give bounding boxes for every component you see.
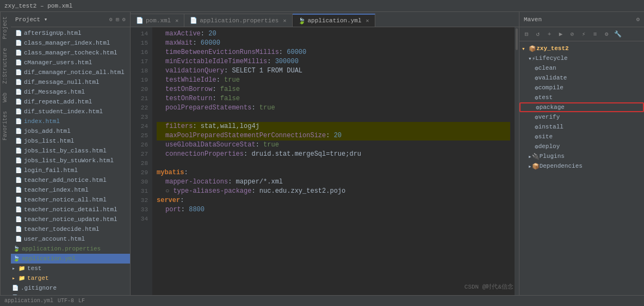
tree-item[interactable]: 📄teacher_index.html bbox=[11, 185, 130, 195]
maven-root[interactable]: ▾ 📦 zxy_test2 bbox=[519, 44, 644, 53]
editor-scrollbar[interactable] bbox=[515, 27, 519, 295]
tree-item-index[interactable]: 📄index.html bbox=[11, 117, 130, 126]
maven-validate[interactable]: ⚙ validate bbox=[519, 73, 644, 83]
tree-item-app-yml[interactable]: 🍃application.yml bbox=[11, 254, 130, 264]
tree-item[interactable]: 📄teacher_notice_all.html bbox=[11, 195, 130, 205]
file-icon: 📄 bbox=[15, 50, 22, 56]
settings-btn[interactable]: ⚙ bbox=[602, 29, 611, 39]
gear-icon: ⚙ bbox=[535, 65, 538, 72]
tree-item[interactable]: 📄dif_Messages.html bbox=[11, 87, 130, 97]
maven-test[interactable]: ⚙ test bbox=[519, 93, 644, 102]
tree-item-gitignore[interactable]: 📄.gitignore bbox=[11, 283, 130, 293]
encoding-text: UTF-8 bbox=[58, 298, 74, 304]
tree-item[interactable]: 📄user_account.html bbox=[11, 234, 130, 244]
folder-icon: ▸ 📁 bbox=[12, 265, 25, 272]
run-btn[interactable]: ▶ bbox=[556, 29, 566, 39]
gear-icon: ⚙ bbox=[535, 133, 538, 140]
project-panel: Project ▾ ⚙ ⊞ ⚙ 📄afterSignUp.html 📄class… bbox=[11, 12, 131, 295]
lifecycle-label: Lifecycle bbox=[535, 55, 567, 62]
tree-item[interactable]: 📄jobs_add.html bbox=[11, 126, 130, 136]
skip-test-btn[interactable]: ⊘ bbox=[567, 29, 577, 39]
maven-lifecycle-section[interactable]: ▾ ⚡ Lifecycle bbox=[519, 53, 644, 63]
tree-item[interactable]: 📄teacher_todecide.html bbox=[11, 224, 130, 234]
maven-verify[interactable]: ⚙ verify bbox=[519, 112, 644, 122]
file-icon: 📄 bbox=[15, 128, 22, 134]
maven-plugins-section[interactable]: ▸ 🔌 Plugins bbox=[519, 151, 644, 161]
file-icon: 📄 bbox=[12, 285, 18, 291]
tree-item[interactable]: 📄dif_student_index.html bbox=[11, 107, 130, 117]
code-line-32: server: bbox=[157, 196, 510, 205]
tree-item[interactable]: 📄login_fail.html bbox=[11, 166, 130, 175]
code-line-16: timeBetweenEvictionRunsMillis: 60000 bbox=[157, 48, 510, 57]
editor-tabs: 📄 pom.xml ✕ 📄 application.properties ✕ 🍃… bbox=[131, 12, 519, 27]
left-sidebar: Project Z:Structure Web Favorites bbox=[0, 12, 11, 295]
maven-install[interactable]: ⚙ install bbox=[519, 122, 644, 132]
tree-item[interactable]: 📄jobs_list_by_stuWork.html bbox=[11, 156, 130, 166]
expand-icon: ▸ bbox=[528, 153, 532, 160]
file-icon: 📄 bbox=[15, 157, 22, 164]
maven-dependencies-section[interactable]: ▸ 📦 Dependencies bbox=[519, 161, 644, 171]
tree-item[interactable]: 📄teacher_notice_detail.html bbox=[11, 205, 130, 215]
maven-compile[interactable]: ⚙ compile bbox=[519, 83, 644, 93]
tab-app-yml-icon: 🍃 bbox=[298, 17, 306, 25]
code-line-27: connectionProperties: druid.stat.mergeSq… bbox=[157, 150, 510, 159]
tree-item[interactable]: 📄class_manager_index.html bbox=[11, 38, 130, 48]
tab-pomxml[interactable]: 📄 pom.xml ✕ bbox=[131, 14, 184, 27]
tree-item[interactable]: 📄cManager_users.html bbox=[11, 58, 130, 68]
collapse-all-btn[interactable]: ⊟ bbox=[522, 29, 531, 39]
tree-item[interactable]: 📄dif_repeat_add.html bbox=[11, 97, 130, 107]
code-line-31: ○ type-aliases-package: nuc.edu.zxy_test… bbox=[157, 187, 510, 196]
tree-item[interactable]: 📄dif_message_null.html bbox=[11, 77, 130, 87]
project-panel-header-icons: ⚙ ⊞ ⚙ bbox=[109, 16, 126, 23]
tab-app-properties-close[interactable]: ✕ bbox=[283, 17, 286, 24]
tab-app-yml-close[interactable]: ✕ bbox=[366, 17, 369, 24]
wrench-btn[interactable]: 🔧 bbox=[613, 29, 623, 39]
refresh-btn[interactable]: ↺ bbox=[533, 29, 543, 39]
folder-icon: ▸ 📁 bbox=[12, 275, 25, 281]
generate-btn[interactable]: ⚡ bbox=[579, 29, 589, 39]
project-panel-header: Project ▾ ⚙ ⊞ ⚙ bbox=[11, 12, 130, 27]
tree-item[interactable]: 📄dif_cmanager_notice_all.html bbox=[11, 68, 130, 77]
file-icon: 📄 bbox=[15, 236, 22, 242]
tree-item-app-properties[interactable]: 🍃application.properties bbox=[11, 244, 130, 254]
maven-clean[interactable]: ⚙ clean bbox=[519, 63, 644, 73]
maven-deploy[interactable]: ⚙ deploy bbox=[519, 142, 644, 151]
tree-item[interactable]: 📄jobs_list.html bbox=[11, 136, 130, 146]
tree-item[interactable]: 📄teacher_add_notice.html bbox=[11, 175, 130, 185]
maven-package[interactable]: ⚙ package bbox=[519, 102, 644, 112]
tree-item[interactable]: 📄jobs_list_by_class.html bbox=[11, 146, 130, 156]
file-icon: 📄 bbox=[15, 40, 22, 46]
gear-icon: ⚙ bbox=[535, 114, 538, 121]
bottom-panel: application.yml UTF-8 LF bbox=[0, 295, 644, 306]
show-diagram-btn[interactable]: ≡ bbox=[590, 29, 600, 39]
settings-icon[interactable]: ⚙ bbox=[122, 16, 126, 23]
tab-app-yml[interactable]: 🍃 application.yml ✕ bbox=[293, 14, 375, 27]
code-line-34 bbox=[157, 215, 510, 224]
code-line-17: minEvictableIdleTimeMillis: 300000 bbox=[157, 57, 510, 66]
tab-app-properties[interactable]: 📄 application.properties ✕ bbox=[184, 14, 292, 27]
code-line-15: maxWait: 60000 bbox=[157, 39, 510, 48]
gear-icon[interactable]: ⚙ bbox=[109, 16, 113, 23]
gear-icon: ⚙ bbox=[536, 104, 540, 111]
tree-item-test[interactable]: ▸ 📁test bbox=[11, 264, 130, 273]
tree-item[interactable]: 📄teacher_notice_update.html bbox=[11, 215, 130, 224]
sidebar-favorites[interactable]: Favorites bbox=[1, 107, 11, 145]
plugins-label: Plugins bbox=[540, 153, 565, 160]
maven-panel: Maven ⚙ ⊟ ↺ + ▶ ⊘ ⚡ ≡ ⚙ 🔧 ▾ 📦 zxy_test2 … bbox=[519, 12, 644, 295]
code-area[interactable]: maxActive: 20 maxWait: 60000 timeBetween… bbox=[152, 27, 515, 295]
gear-icon[interactable]: ⚙ bbox=[636, 16, 640, 23]
tab-pomxml-close[interactable]: ✕ bbox=[175, 17, 178, 24]
tree-item[interactable]: 📄class_manager_tocheck.html bbox=[11, 48, 130, 58]
tree-item[interactable]: 📄afterSignUp.html bbox=[11, 28, 130, 38]
file-icon: 📄 bbox=[15, 118, 22, 125]
code-line-18: validationQuery: SELECT 1 FROM DUAL bbox=[157, 66, 510, 76]
sidebar-structure[interactable]: Z:Structure bbox=[1, 44, 11, 88]
tree-item-target[interactable]: ▸ 📁target bbox=[11, 273, 130, 283]
project-panel-title: Project ▾ bbox=[15, 16, 47, 23]
split-icon[interactable]: ⊞ bbox=[116, 16, 119, 23]
file-icon: 🍃 bbox=[13, 246, 20, 252]
add-btn[interactable]: + bbox=[544, 29, 554, 39]
sidebar-web[interactable]: Web bbox=[1, 88, 11, 107]
sidebar-project[interactable]: Project bbox=[1, 12, 11, 44]
maven-site[interactable]: ⚙ site bbox=[519, 132, 644, 142]
